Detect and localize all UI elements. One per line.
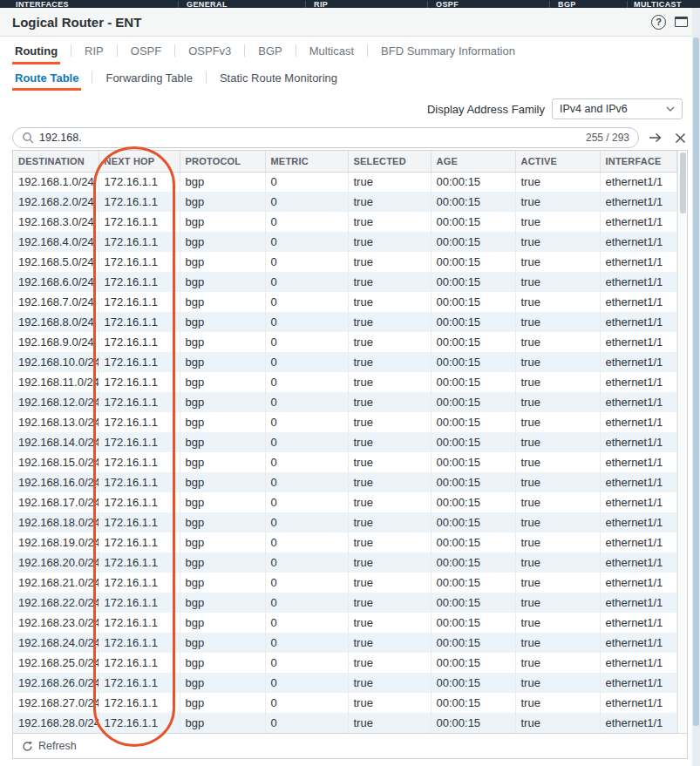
col-metric[interactable]: METRIC [265,151,348,172]
table-row[interactable]: 192.168.11.0/24 172.16.1.1 bgp 0 true 00… [13,372,676,392]
cell-metric: 0 [265,472,348,492]
col-next-hop[interactable]: NEXT HOP [99,151,180,172]
table-row[interactable]: 192.168.13.0/24 172.16.1.1 bgp 0 true 00… [13,412,676,432]
col-selected[interactable]: SELECTED [348,151,431,172]
clear-filter-icon[interactable] [672,131,688,145]
col-destination[interactable]: DESTINATION [13,151,99,172]
cell-metric: 0 [265,252,348,272]
col-active[interactable]: ACTIVE [515,151,600,172]
table-row[interactable]: 192.168.21.0/24 172.16.1.1 bgp 0 true 00… [13,573,676,593]
cell-destination: 192.168.12.0/24 [13,392,99,412]
table-row[interactable]: 192.168.9.0/24 172.16.1.1 bgp 0 true 00:… [13,332,676,352]
table-row[interactable]: 192.168.19.0/24 172.16.1.1 bgp 0 true 00… [13,532,676,552]
refresh-button[interactable]: Refresh [22,740,77,752]
cell-protocol: bgp [180,272,265,292]
table-scrollbar-thumb[interactable] [680,153,686,214]
cell-active: true [515,673,600,693]
table-row[interactable]: 192.168.27.0/24 172.16.1.1 bgp 0 true 00… [13,693,676,713]
tab-bfd-summary[interactable]: BFD Summary Information [378,37,518,64]
cell-age: 00:00:15 [431,713,515,733]
cell-interface: ethernet1/1 [600,512,676,532]
search-icon [22,132,34,144]
cell-active: true [515,452,600,472]
search-input[interactable]: 192.168. 255 / 293 [12,127,639,148]
refresh-label: Refresh [38,740,77,752]
cell-next-hop: 172.16.1.1 [99,412,180,432]
background-col-label: GENERAL [187,0,228,8]
cell-selected: true [348,633,431,653]
table-row[interactable]: 192.168.6.0/24 172.16.1.1 bgp 0 true 00:… [13,272,676,292]
table-row[interactable]: 192.168.22.0/24 172.16.1.1 bgp 0 true 00… [13,593,676,613]
tab-routing[interactable]: Routing [12,37,60,64]
table-scrollbar[interactable] [677,151,688,733]
cell-protocol: bgp [180,352,265,372]
table-row[interactable]: 192.168.28.0/24 172.16.1.1 bgp 0 true 00… [13,713,676,733]
table-row[interactable]: 192.168.5.0/24 172.16.1.1 bgp 0 true 00:… [13,252,676,272]
cell-next-hop: 172.16.1.1 [99,432,180,452]
table-row[interactable]: 192.168.10.0/24 172.16.1.1 bgp 0 true 00… [13,352,676,372]
cell-next-hop: 172.16.1.1 [99,593,180,613]
cell-active: true [515,512,600,532]
table-row[interactable]: 192.168.4.0/24 172.16.1.1 bgp 0 true 00:… [13,232,676,252]
tab-rip[interactable]: RIP [82,37,106,64]
table-row[interactable]: 192.168.1.0/24 172.16.1.1 bgp 0 true 00:… [13,172,676,192]
cell-protocol: bgp [180,172,265,192]
cell-next-hop: 172.16.1.1 [99,693,180,713]
cell-metric: 0 [265,172,348,192]
subtab-forwarding-table[interactable]: Forwarding Table [103,64,194,91]
table-row[interactable]: 192.168.15.0/24 172.16.1.1 bgp 0 true 00… [13,452,676,472]
cell-active: true [515,552,600,573]
table-row[interactable]: 192.168.23.0/24 172.16.1.1 bgp 0 true 00… [13,613,676,633]
cell-age: 00:00:15 [431,492,515,512]
tab-multicast[interactable]: Multicast [307,37,357,64]
table-row[interactable]: 192.168.12.0/24 172.16.1.1 bgp 0 true 00… [13,392,676,412]
address-family-select[interactable]: IPv4 and IPv6 [552,98,683,119]
table-row[interactable]: 192.168.7.0/24 172.16.1.1 bgp 0 true 00:… [13,292,676,312]
subtab-route-table[interactable]: Route Table [12,64,81,91]
cell-metric: 0 [265,332,348,352]
cell-metric: 0 [265,673,348,693]
refresh-icon [22,741,33,752]
apply-filter-arrow-icon[interactable] [648,131,663,145]
cell-active: true [515,312,600,332]
table-row[interactable]: 192.168.14.0/24 172.16.1.1 bgp 0 true 00… [13,432,676,452]
table-row[interactable]: 192.168.17.0/24 172.16.1.1 bgp 0 true 00… [13,492,676,512]
tab-ospfv3[interactable]: OSPFv3 [186,37,234,64]
cell-interface: ethernet1/1 [600,292,676,312]
subtab-static-route-monitoring[interactable]: Static Route Monitoring [217,64,340,91]
cell-destination: 192.168.25.0/24 [13,653,99,673]
col-protocol[interactable]: PROTOCOL [180,151,265,172]
cell-active: true [515,713,600,733]
page-scrollbar-thumb[interactable] [693,37,699,726]
address-family-value: IPv4 and IPv6 [560,103,666,115]
cell-protocol: bgp [180,412,265,432]
cell-interface: ethernet1/1 [600,212,676,232]
col-age[interactable]: AGE [431,151,515,172]
cell-protocol: bgp [180,372,265,392]
table-row[interactable]: 192.168.20.0/24 172.16.1.1 bgp 0 true 00… [13,552,676,573]
cell-metric: 0 [265,593,348,613]
cell-active: true [515,593,600,613]
table-row[interactable]: 192.168.24.0/24 172.16.1.1 bgp 0 true 00… [13,633,676,653]
table-row[interactable]: 192.168.3.0/24 172.16.1.1 bgp 0 true 00:… [13,212,676,232]
window-icon[interactable] [675,17,688,27]
tab-bgp[interactable]: BGP [255,37,284,64]
help-icon[interactable]: ? [651,15,666,30]
table-row[interactable]: 192.168.25.0/24 172.16.1.1 bgp 0 true 00… [13,653,676,673]
cell-next-hop: 172.16.1.1 [99,392,180,412]
cell-active: true [515,432,600,452]
page-scrollbar[interactable] [692,8,700,766]
table-row[interactable]: 192.168.2.0/24 172.16.1.1 bgp 0 true 00:… [13,192,676,212]
table-row[interactable]: 192.168.8.0/24 172.16.1.1 bgp 0 true 00:… [13,312,676,332]
table-row[interactable]: 192.168.26.0/24 172.16.1.1 bgp 0 true 00… [13,673,676,693]
table-row[interactable]: 192.168.18.0/24 172.16.1.1 bgp 0 true 00… [13,512,676,532]
cell-metric: 0 [265,292,348,312]
cell-protocol: bgp [180,232,265,252]
col-interface[interactable]: INTERFACE [600,151,676,172]
cell-selected: true [348,432,431,452]
tab-ospf[interactable]: OSPF [128,37,164,64]
cell-active: true [515,633,600,653]
cell-age: 00:00:15 [431,252,515,272]
table-row[interactable]: 192.168.16.0/24 172.16.1.1 bgp 0 true 00… [13,472,676,492]
cell-metric: 0 [265,512,348,532]
